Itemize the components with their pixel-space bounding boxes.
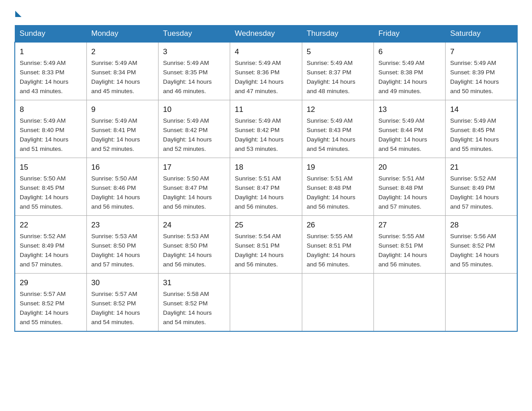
daylight-line2-17: and 56 minutes. [163, 202, 225, 212]
daylight-line2-8: and 51 minutes. [20, 145, 82, 154]
daylight-line2-20: and 57 minutes. [378, 202, 441, 212]
day-number-30: 30 [91, 277, 154, 289]
sunset-1: Sunset: 8:33 PM [20, 68, 82, 77]
sunrise-13: Sunrise: 5:49 AM [378, 116, 441, 126]
day-cell-10: 10Sunrise: 5:49 AMSunset: 8:42 PMDayligh… [159, 100, 230, 158]
sunrise-28: Sunrise: 5:56 AM [450, 232, 512, 241]
day-cell-16: 16Sunrise: 5:50 AMSunset: 8:46 PMDayligh… [86, 158, 158, 216]
daylight-line2-27: and 56 minutes. [378, 260, 441, 270]
daylight-line1-12: Daylight: 14 hours [307, 135, 369, 145]
header-thursday: Thursday [302, 26, 373, 43]
sunset-27: Sunset: 8:51 PM [378, 241, 441, 251]
sunrise-7: Sunrise: 5:49 AM [450, 59, 512, 68]
daylight-line1-6: Daylight: 14 hours [378, 77, 441, 87]
day-number-19: 19 [307, 162, 369, 173]
daylight-line1-19: Daylight: 14 hours [307, 193, 369, 202]
sunset-30: Sunset: 8:52 PM [91, 299, 154, 308]
sunrise-3: Sunrise: 5:49 AM [163, 59, 225, 68]
sunrise-2: Sunrise: 5:49 AM [91, 59, 154, 68]
daylight-line1-14: Daylight: 14 hours [450, 135, 512, 145]
sunset-17: Sunset: 8:47 PM [163, 184, 225, 193]
sunset-6: Sunset: 8:38 PM [378, 68, 441, 77]
day-number-5: 5 [307, 46, 369, 58]
sunset-16: Sunset: 8:46 PM [91, 184, 154, 193]
daylight-line2-22: and 57 minutes. [20, 260, 82, 270]
day-cell-28: 28Sunrise: 5:56 AMSunset: 8:52 PMDayligh… [446, 216, 517, 274]
sunset-3: Sunset: 8:35 PM [163, 68, 225, 77]
sunrise-22: Sunrise: 5:52 AM [20, 232, 82, 241]
calendar-header-row: SundayMondayTuesdayWednesdayThursdayFrid… [15, 26, 517, 43]
sunrise-15: Sunrise: 5:50 AM [20, 174, 82, 184]
day-number-27: 27 [378, 219, 441, 231]
sunset-18: Sunset: 8:47 PM [235, 184, 297, 193]
calendar-table: SundayMondayTuesdayWednesdayThursdayFrid… [14, 25, 518, 332]
day-number-22: 22 [20, 219, 82, 231]
daylight-line1-26: Daylight: 14 hours [307, 251, 369, 260]
daylight-line1-29: Daylight: 14 hours [20, 308, 82, 318]
day-cell-9: 9Sunrise: 5:49 AMSunset: 8:41 PMDaylight… [86, 100, 158, 158]
daylight-line2-3: and 46 minutes. [163, 87, 225, 96]
day-cell-27: 27Sunrise: 5:55 AMSunset: 8:51 PMDayligh… [373, 216, 445, 274]
daylight-line2-18: and 56 minutes. [235, 202, 297, 212]
day-number-14: 14 [450, 104, 512, 116]
day-cell-30: 30Sunrise: 5:57 AMSunset: 8:52 PMDayligh… [86, 274, 158, 332]
day-number-8: 8 [20, 104, 82, 116]
sunrise-11: Sunrise: 5:49 AM [235, 116, 297, 126]
daylight-line1-3: Daylight: 14 hours [163, 77, 225, 87]
sunset-4: Sunset: 8:36 PM [235, 68, 297, 77]
daylight-line2-29: and 55 minutes. [20, 318, 82, 327]
sunset-21: Sunset: 8:49 PM [450, 184, 512, 193]
sunset-13: Sunset: 8:44 PM [378, 126, 441, 135]
day-number-23: 23 [91, 219, 154, 231]
header-monday: Monday [86, 26, 158, 43]
day-number-26: 26 [307, 219, 369, 231]
sunrise-14: Sunrise: 5:49 AM [450, 116, 512, 126]
sunrise-29: Sunrise: 5:57 AM [20, 290, 82, 299]
daylight-line1-22: Daylight: 14 hours [20, 251, 82, 260]
sunrise-6: Sunrise: 5:49 AM [378, 59, 441, 68]
daylight-line2-25: and 56 minutes. [235, 260, 297, 270]
daylight-line2-19: and 56 minutes. [307, 202, 369, 212]
daylight-line2-30: and 54 minutes. [91, 318, 154, 327]
day-number-31: 31 [163, 277, 225, 289]
day-cell-7: 7Sunrise: 5:49 AMSunset: 8:39 PMDaylight… [446, 42, 517, 100]
sunrise-12: Sunrise: 5:49 AM [307, 116, 369, 126]
sunrise-24: Sunrise: 5:53 AM [163, 232, 225, 241]
day-cell-21: 21Sunrise: 5:52 AMSunset: 8:49 PMDayligh… [446, 158, 517, 216]
sunset-26: Sunset: 8:51 PM [307, 241, 369, 251]
daylight-line2-14: and 55 minutes. [450, 145, 512, 154]
day-cell-13: 13Sunrise: 5:49 AMSunset: 8:44 PMDayligh… [373, 100, 445, 158]
sunrise-19: Sunrise: 5:51 AM [307, 174, 369, 184]
sunset-25: Sunset: 8:51 PM [235, 241, 297, 251]
header-tuesday: Tuesday [159, 26, 230, 43]
daylight-line2-7: and 50 minutes. [450, 87, 512, 96]
day-number-13: 13 [378, 104, 441, 116]
daylight-line1-2: Daylight: 14 hours [91, 77, 154, 87]
sunrise-9: Sunrise: 5:49 AM [91, 116, 154, 126]
day-cell-18: 18Sunrise: 5:51 AMSunset: 8:47 PMDayligh… [230, 158, 302, 216]
sunrise-30: Sunrise: 5:57 AM [91, 290, 154, 299]
day-number-12: 12 [307, 104, 369, 116]
daylight-line2-28: and 55 minutes. [450, 260, 512, 270]
daylight-line2-26: and 56 minutes. [307, 260, 369, 270]
day-number-9: 9 [91, 104, 154, 116]
sunrise-5: Sunrise: 5:49 AM [307, 59, 369, 68]
empty-cell-4-5 [373, 274, 445, 332]
week-row-5: 29Sunrise: 5:57 AMSunset: 8:52 PMDayligh… [15, 274, 517, 332]
day-cell-2: 2Sunrise: 5:49 AMSunset: 8:34 PMDaylight… [86, 42, 158, 100]
day-number-7: 7 [450, 46, 512, 58]
daylight-line2-2: and 45 minutes. [91, 87, 154, 96]
day-cell-25: 25Sunrise: 5:54 AMSunset: 8:51 PMDayligh… [230, 216, 302, 274]
day-cell-31: 31Sunrise: 5:58 AMSunset: 8:52 PMDayligh… [159, 274, 230, 332]
week-row-3: 15Sunrise: 5:50 AMSunset: 8:45 PMDayligh… [15, 158, 517, 216]
daylight-line1-8: Daylight: 14 hours [20, 135, 82, 145]
sunset-15: Sunset: 8:45 PM [20, 184, 82, 193]
sunrise-23: Sunrise: 5:53 AM [91, 232, 154, 241]
day-number-11: 11 [235, 104, 297, 116]
daylight-line2-13: and 54 minutes. [378, 145, 441, 154]
sunset-22: Sunset: 8:49 PM [20, 241, 82, 251]
sunrise-17: Sunrise: 5:50 AM [163, 174, 225, 184]
day-number-20: 20 [378, 162, 441, 173]
daylight-line1-9: Daylight: 14 hours [91, 135, 154, 145]
sunset-10: Sunset: 8:42 PM [163, 126, 225, 135]
